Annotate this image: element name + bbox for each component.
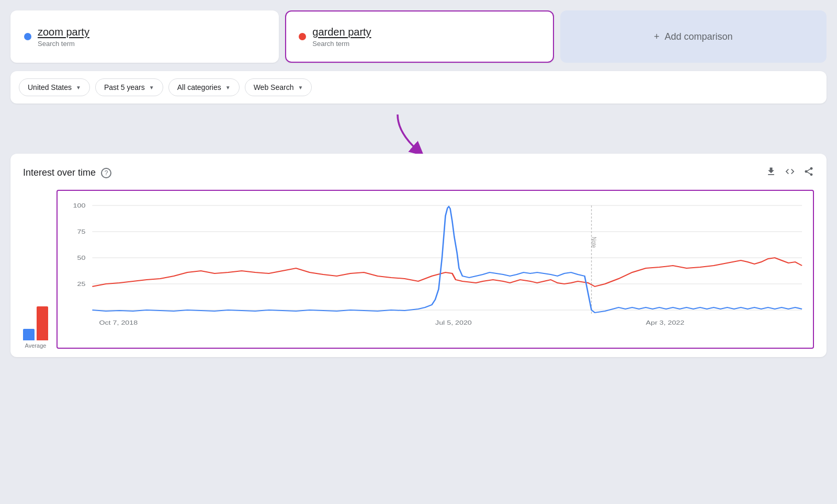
chart-help-icon[interactable]: ? [101, 168, 111, 178]
help-question-mark: ? [105, 169, 108, 177]
time-label: Past 5 years [104, 83, 145, 91]
chart-section: Interest over time ? [10, 154, 827, 357]
chart-header: Interest over time ? [23, 166, 814, 179]
svg-text:Jul 5, 2020: Jul 5, 2020 [435, 319, 472, 326]
avg-bar-blue [23, 329, 35, 340]
annotation-arrow-container [10, 112, 827, 148]
average-bars: Average [23, 293, 48, 349]
avg-bar-red [37, 306, 48, 340]
garden-party-term: garden party [312, 26, 371, 38]
search-type-filter[interactable]: Web Search ▼ [245, 78, 312, 96]
zoom-party-term: zoom party [38, 26, 89, 38]
zoom-party-text-group: zoom party Search term [38, 26, 89, 48]
search-term-garden-party[interactable]: garden party Search term [285, 10, 553, 63]
garden-party-dot [299, 33, 306, 40]
svg-text:50: 50 [77, 255, 86, 261]
svg-text:25: 25 [77, 281, 86, 288]
category-filter[interactable]: All categories ▼ [168, 78, 240, 96]
search-type-chevron: ▼ [298, 85, 303, 90]
garden-party-text-group: garden party Search term [312, 26, 371, 48]
svg-text:Oct 7, 2018: Oct 7, 2018 [99, 319, 138, 326]
average-label: Average [25, 342, 47, 349]
filters-row: United States ▼ Past 5 years ▼ All categ… [10, 71, 827, 104]
embed-button[interactable] [785, 166, 795, 179]
category-chevron: ▼ [225, 85, 231, 90]
time-chevron: ▼ [149, 85, 154, 90]
svg-text:Apr 3, 2022: Apr 3, 2022 [646, 319, 684, 326]
garden-party-sub: Search term [312, 40, 371, 48]
region-filter[interactable]: United States ▼ [19, 78, 90, 96]
time-filter[interactable]: Past 5 years ▼ [95, 78, 163, 96]
zoom-party-dot [24, 33, 31, 40]
add-comparison-icon: + [654, 31, 660, 42]
region-chevron: ▼ [76, 85, 81, 90]
download-button[interactable] [766, 166, 776, 179]
zoom-party-sub: Search term [38, 40, 89, 48]
search-type-label: Web Search [254, 83, 294, 91]
svg-text:75: 75 [77, 228, 86, 235]
chart-area: 100 75 50 25 Note Oct 7, 2018 Jul 5, 202… [56, 190, 814, 349]
chart-title-group: Interest over time ? [23, 167, 111, 178]
add-comparison-label: Add comparison [665, 31, 733, 42]
annotation-arrow [387, 112, 450, 154]
search-term-zoom-party[interactable]: zoom party Search term [10, 10, 279, 63]
chart-wrapper: Average 100 75 50 25 Note [23, 190, 814, 349]
region-label: United States [28, 83, 72, 91]
chart-actions [766, 166, 814, 179]
chart-svg: 100 75 50 25 Note Oct 7, 2018 Jul 5, 202… [62, 195, 809, 341]
add-comparison-card[interactable]: + Add comparison [560, 10, 827, 63]
chart-title: Interest over time [23, 167, 96, 178]
category-label: All categories [177, 83, 221, 91]
share-button[interactable] [804, 166, 814, 179]
avg-bar-group [23, 293, 48, 340]
svg-text:Note: Note [591, 237, 597, 248]
svg-text:100: 100 [73, 202, 86, 209]
search-terms-container: zoom party Search term garden party Sear… [10, 10, 827, 63]
